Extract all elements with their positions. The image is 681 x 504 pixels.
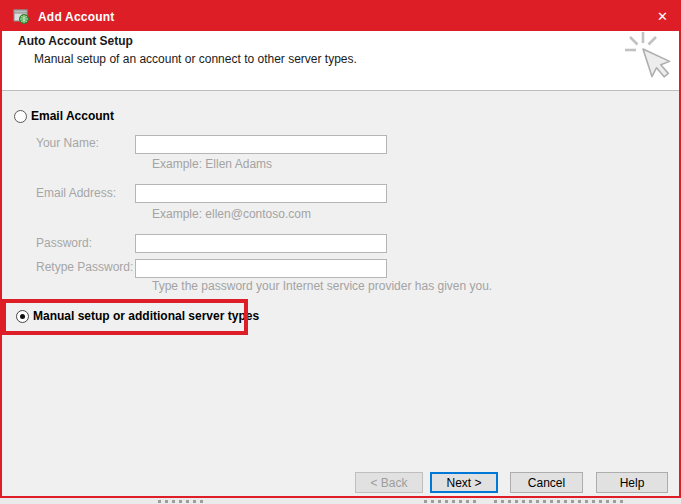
email-account-radio[interactable] xyxy=(14,110,27,123)
titlebar: Add Account ✕ xyxy=(0,0,681,31)
cancel-button[interactable]: Cancel xyxy=(510,472,583,493)
your-name-input[interactable] xyxy=(135,135,387,154)
manual-setup-radio[interactable] xyxy=(16,310,29,323)
email-address-hint: Example: ellen@contoso.com xyxy=(152,207,311,221)
window-title: Add Account xyxy=(38,10,114,24)
help-button[interactable]: Help xyxy=(596,472,668,493)
page-title: Auto Account Setup xyxy=(18,34,133,48)
back-button[interactable]: < Back xyxy=(355,472,423,493)
password-help-text: Type the password your Internet service … xyxy=(152,279,492,293)
close-icon[interactable]: ✕ xyxy=(646,2,679,31)
cursor-graphic xyxy=(624,32,674,88)
app-icon xyxy=(13,8,30,25)
background-artifact xyxy=(158,500,204,503)
background-artifact xyxy=(494,500,624,503)
retype-password-input[interactable] xyxy=(135,259,387,278)
password-label: Password: xyxy=(36,236,92,250)
background-artifact xyxy=(424,500,476,503)
page-subtitle: Manual setup of an account or connect to… xyxy=(34,52,357,66)
email-account-label: Email Account xyxy=(31,109,114,123)
next-button[interactable]: Next > xyxy=(430,472,498,493)
manual-setup-label: Manual setup or additional server types xyxy=(33,309,259,323)
your-name-label: Your Name: xyxy=(36,136,99,150)
retype-password-label: Retype Password: xyxy=(36,260,133,274)
email-address-input[interactable] xyxy=(135,184,387,203)
your-name-hint: Example: Ellen Adams xyxy=(152,157,272,171)
email-address-label: Email Address: xyxy=(36,186,116,200)
password-input[interactable] xyxy=(135,234,387,253)
add-account-dialog: Add Account ✕ Auto Account Setup Manual … xyxy=(0,0,681,504)
